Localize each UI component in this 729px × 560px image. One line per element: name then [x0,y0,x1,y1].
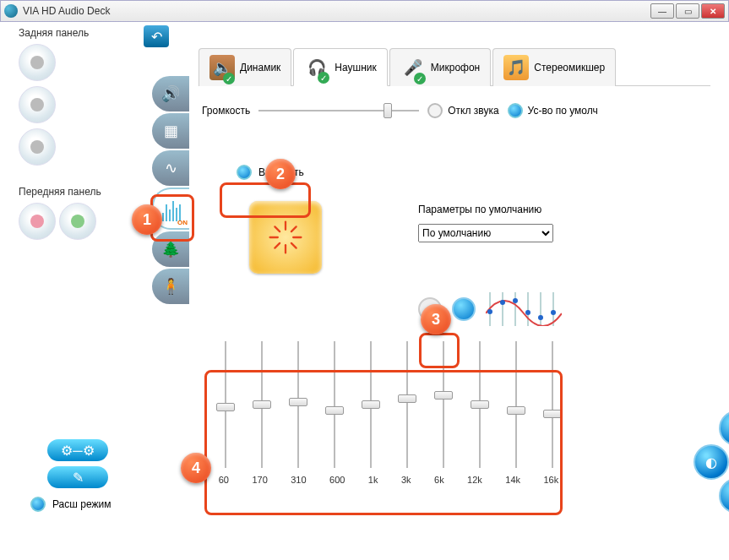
tab-mixer[interactable]: 🎵 Стереомикшер [492,48,616,86]
delete-preset-button[interactable]: 🗑 [719,478,729,514]
volume-slider[interactable] [258,105,419,117]
svg-point-17 [525,310,530,315]
svg-point-14 [487,309,492,314]
rear-jack-3[interactable] [19,128,56,166]
preset-select[interactable]: По умолчанию [418,224,553,242]
tab-mic[interactable]: 🎤 Микрофон ✓ [389,48,491,86]
mute-radio-icon [427,103,443,118]
svg-line-5 [291,243,296,248]
tab-mic-label: Микрофон [431,62,480,73]
mixer-icon: 🎵 [503,55,529,80]
speaker-config-icon[interactable]: ▦ [152,113,189,149]
mode-label: Расш режим [52,498,111,510]
default-radio-icon [508,103,523,118]
svg-line-4 [275,226,280,231]
reset-preset-button[interactable]: ◐ [694,444,729,480]
maximize-button[interactable]: ▭ [676,3,699,19]
svg-point-16 [513,298,518,303]
rear-panel-label: Задняя панель [19,27,154,39]
tab-mixer-label: Стереомикшер [534,62,605,73]
preset-section: Параметры по умолчанию По умолчанию [418,204,553,242]
rear-jack-2[interactable] [19,86,56,123]
callout-4: 4 [181,453,211,483]
tab-headphone-label: Наушник [335,62,376,73]
callout-1: 1 [132,204,162,235]
callout-3: 3 [421,304,451,334]
check-icon: ✓ [223,73,235,84]
front-panel-label: Передняя панель [19,186,154,198]
svg-line-6 [291,226,296,231]
volume-tool-icon[interactable]: 🔊 [152,76,189,111]
check-icon: ✓ [414,73,426,84]
svg-point-18 [538,315,543,320]
svg-line-7 [275,243,280,248]
back-button[interactable]: ↶ [144,25,169,47]
volume-row: Громкость Откл звука Ус-во по умолч [202,103,707,118]
enable-dot-icon [237,165,252,180]
connector-settings-button[interactable]: ⚙─⚙ [47,439,108,461]
front-jack-headphone[interactable] [59,203,96,240]
window-title: VIA HD Audio Deck [23,5,110,17]
tab-speaker[interactable]: 🔈 Динамик ✓ [199,48,291,86]
preset-label: Параметры по умолчанию [418,204,553,215]
room-tool-icon[interactable]: 🧍 [152,269,189,304]
titlebar: VIA HD Audio Deck — ▭ ✕ [0,0,729,22]
tab-speaker-label: Динамик [240,62,280,73]
device-tabs: 🔈 Динамик ✓ 🎧 Наушник ✓ 🎤 Микрофон ✓ 🎵 С… [199,47,710,86]
side-tools: 🔊 ▦ ∿ ON 🌲 🧍 [152,76,193,306]
response-curve-icon [486,292,562,326]
highlight-box-4 [204,370,563,515]
curve-response-button[interactable] [452,297,476,321]
highlight-box-2 [220,182,311,218]
check-icon: ✓ [318,72,329,84]
mute-label: Откл звука [448,105,498,117]
svg-point-19 [551,310,556,315]
default-device-option[interactable]: Ус-во по умолч [508,103,598,118]
advanced-mode-toggle[interactable]: Расш режим [30,497,111,512]
app-icon [4,4,18,18]
front-jack-mic[interactable] [19,203,56,240]
highlight-box-3 [419,333,460,368]
save-preset-button[interactable]: 💾 [719,410,729,446]
mute-option[interactable]: Откл звука [427,103,498,118]
minimize-button[interactable]: — [650,3,674,19]
bottom-left-buttons: ⚙─⚙ ✎ [47,439,108,493]
svg-point-15 [500,300,505,305]
tab-headphone[interactable]: 🎧 Наушник ✓ [293,48,387,86]
volume-label: Громкость [202,105,250,117]
rear-jack-1[interactable] [19,44,56,81]
close-button[interactable]: ✕ [701,3,725,19]
callout-2: 2 [265,159,296,189]
default-label: Ус-во по умолч [528,105,598,117]
info-button[interactable]: ✎ [47,466,108,488]
wave-tool-icon[interactable]: ∿ [152,150,189,186]
mode-dot-icon [30,497,46,512]
